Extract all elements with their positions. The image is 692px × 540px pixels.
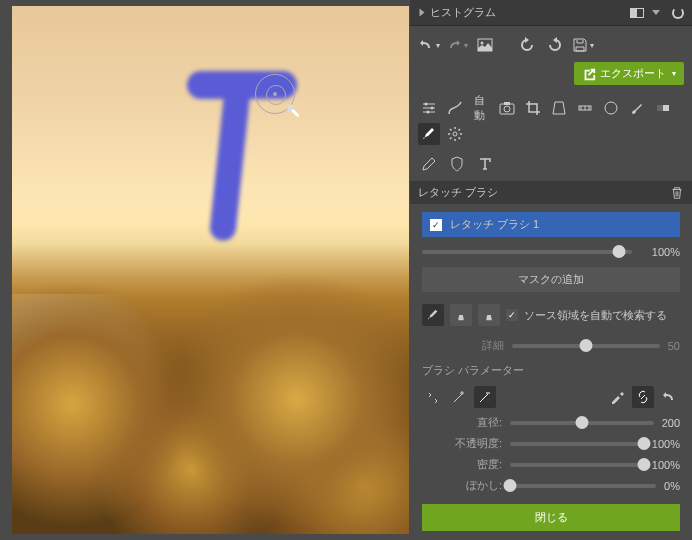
collapse-icon <box>420 9 425 17</box>
diameter-value: 200 <box>662 417 680 429</box>
crop-icon[interactable] <box>522 97 544 119</box>
brush-tool-icon[interactable] <box>626 97 648 119</box>
eyedropper-icon[interactable] <box>606 386 628 408</box>
brush-list-item[interactable]: ✓ レタッチ ブラシ 1 <box>422 212 680 237</box>
svg-point-12 <box>453 132 457 136</box>
rotate-right-button[interactable] <box>544 34 566 56</box>
gradient-icon[interactable] <box>652 97 674 119</box>
diameter-slider[interactable] <box>510 421 654 425</box>
straighten-icon[interactable] <box>574 97 596 119</box>
redo-button[interactable]: ▾ <box>446 34 468 56</box>
brush-name: レタッチ ブラシ 1 <box>450 217 539 232</box>
dropdown-icon[interactable] <box>652 10 660 15</box>
opacity-label: 不透明度: <box>422 436 502 451</box>
rotate-left-button[interactable] <box>516 34 538 56</box>
mode-stamp1-button[interactable] <box>450 304 472 326</box>
density-label: 密度: <box>422 457 502 472</box>
trash-icon[interactable] <box>670 186 684 200</box>
perspective-icon[interactable] <box>548 97 570 119</box>
add-mask-button[interactable]: マスクの追加 <box>422 267 680 292</box>
diameter-row: 直径: 200 <box>410 412 692 433</box>
tool-row-2 <box>410 153 692 181</box>
wand-plus-icon[interactable] <box>448 386 470 408</box>
histogram-header[interactable]: ヒストグラム <box>410 0 692 26</box>
svg-point-6 <box>504 106 510 112</box>
svg-rect-7 <box>504 102 510 105</box>
image-content <box>12 224 409 534</box>
camera-icon[interactable] <box>496 97 518 119</box>
section-title: レタッチ ブラシ <box>418 185 498 200</box>
detail-slider-row: 詳細 50 <box>410 332 692 359</box>
retouch-brush-icon[interactable] <box>418 123 440 145</box>
split-view-icon[interactable] <box>630 8 644 18</box>
image-canvas[interactable] <box>12 6 409 534</box>
detail-value: 50 <box>668 340 680 352</box>
density-slider[interactable] <box>510 463 644 467</box>
export-icon <box>582 67 596 81</box>
diameter-label: 直径: <box>422 415 502 430</box>
source-options-row: ✓ ソース領域を自動で検索する <box>410 298 692 332</box>
opacity-row: 不透明度: 100% <box>410 433 692 454</box>
blur-label: ぼかし: <box>422 478 502 493</box>
sliders-icon[interactable] <box>418 97 440 119</box>
shield-icon[interactable] <box>446 153 468 175</box>
image-icon[interactable] <box>474 34 496 56</box>
density-value: 100% <box>652 459 680 471</box>
tool-row-1: 自動 <box>410 93 692 153</box>
param-tools-row <box>410 382 692 412</box>
brush-cursor-center <box>273 92 277 96</box>
density-row: 密度: 100% <box>410 454 692 475</box>
sparkle-icon[interactable] <box>422 386 444 408</box>
brush-opacity-slider-row: 100% <box>410 243 692 261</box>
opacity-value: 100% <box>652 438 680 450</box>
brush-params-header: ブラシ パラメーター <box>410 359 692 382</box>
export-label: エクスポート <box>600 66 666 81</box>
gear-icon[interactable] <box>444 123 466 145</box>
progress-icon[interactable] <box>672 7 684 19</box>
dropdown-icon: ▾ <box>672 69 676 78</box>
svg-rect-11 <box>657 105 663 111</box>
mode-stamp2-button[interactable] <box>478 304 500 326</box>
blur-row: ぼかし: 0% <box>410 475 692 496</box>
circle-icon[interactable] <box>600 97 622 119</box>
text-tool-icon[interactable] <box>474 153 496 175</box>
undo-button[interactable]: ▾ <box>418 34 440 56</box>
brush-visibility-checkbox[interactable]: ✓ <box>430 219 442 231</box>
brush-opacity-value: 100% <box>640 246 680 258</box>
svg-point-3 <box>431 107 434 110</box>
auto-source-checkbox[interactable]: ✓ <box>506 309 518 321</box>
opacity-slider[interactable] <box>510 442 644 446</box>
canvas-area <box>0 0 410 540</box>
svg-point-4 <box>427 111 430 114</box>
brush-opacity-slider[interactable] <box>422 250 632 254</box>
histogram-title: ヒストグラム <box>430 5 630 20</box>
svg-point-1 <box>481 42 484 45</box>
pencil-icon[interactable] <box>418 153 440 175</box>
retouch-section-header: レタッチ ブラシ <box>410 181 692 204</box>
auto-source-label: ソース領域を自動で検索する <box>524 308 667 323</box>
curves-icon[interactable] <box>444 97 466 119</box>
svg-point-2 <box>425 103 428 106</box>
link-icon[interactable] <box>632 386 654 408</box>
export-button[interactable]: エクスポート ▾ <box>574 62 684 85</box>
svg-point-9 <box>605 102 617 114</box>
side-panel: ヒストグラム ▾ ▾ ▾ エクスポート ▾ 自動 <box>410 0 692 540</box>
wand-minus-icon[interactable] <box>474 386 496 408</box>
main-toolbar: ▾ ▾ ▾ エクスポート ▾ <box>410 26 692 93</box>
auto-button[interactable]: 自動 <box>470 97 492 119</box>
blur-slider[interactable] <box>510 484 656 488</box>
save-button[interactable]: ▾ <box>572 34 594 56</box>
revert-icon[interactable] <box>658 386 680 408</box>
blur-value: 0% <box>664 480 680 492</box>
detail-slider[interactable] <box>512 344 660 348</box>
mode-brush-button[interactable] <box>422 304 444 326</box>
close-button[interactable]: 閉じる <box>422 504 680 531</box>
detail-label: 詳細 <box>482 338 504 353</box>
